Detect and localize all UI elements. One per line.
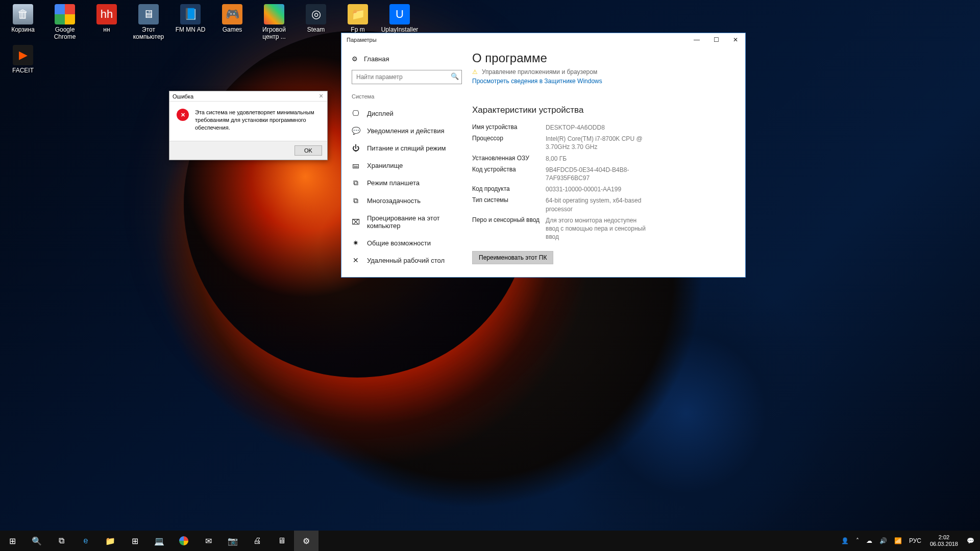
notifications-icon: 💬 — [352, 127, 360, 135]
warning-icon: ⚠ — [472, 68, 478, 76]
taskbar-app3[interactable]: 🖨 — [245, 531, 270, 551]
taskbar-explorer[interactable]: 📁 — [98, 531, 122, 551]
remote-icon: ✕ — [352, 256, 360, 264]
settings-titlebar[interactable]: Параметры — ☐ ✕ — [341, 33, 745, 46]
tray-action-center[interactable]: 💬 — [964, 531, 977, 551]
taskbar-mail[interactable]: ✉ — [196, 531, 220, 551]
recycle-bin-icon: 🗑 — [13, 4, 33, 24]
taskbar-chrome[interactable] — [172, 531, 196, 551]
task-view-button[interactable]: ⧉ — [49, 531, 74, 551]
nav-remote[interactable]: ✕Удаленный рабочий стол — [352, 252, 462, 269]
specs-header: Характеристики устройства — [472, 105, 730, 115]
tray-network[interactable]: 📶 — [892, 531, 904, 551]
taskbar-settings[interactable]: ⚙ — [294, 531, 318, 551]
hh-icon: hh — [96, 4, 117, 24]
this-pc-icon: 🖥 — [138, 4, 159, 24]
error-title: Ошибка — [173, 93, 193, 99]
tray-chevron[interactable]: ˄ — [853, 531, 862, 551]
error-titlebar[interactable]: Ошибка × — [169, 91, 327, 102]
spec-ram: Установленная ОЗУ8,00 ГБ — [472, 155, 730, 163]
desktop-icons-row2: ▶FACEIT — [4, 43, 42, 74]
nav-tablet[interactable]: ⧉Режим планшета — [352, 174, 462, 192]
desktop-icon-faceit[interactable]: ▶FACEIT — [4, 45, 42, 74]
desktop-icon-games[interactable]: 🎮Games — [213, 2, 251, 41]
tray-people[interactable]: 👤 — [839, 531, 851, 551]
page-title: О программе — [472, 51, 730, 65]
faceit-icon: ▶ — [13, 45, 33, 65]
spec-product-id: Код продукта00331-10000-00001-AA199 — [472, 185, 730, 193]
settings-main: О программе ⚠ Управление приложениями и … — [472, 46, 745, 277]
error-message: Эта система не удовлетворяет минимальным… — [195, 109, 320, 132]
display-icon: 🖵 — [352, 109, 360, 117]
desktop-icon-recycle-bin[interactable]: 🗑Корзина — [4, 2, 42, 41]
taskbar-app1[interactable]: 💻 — [147, 531, 172, 551]
storage-icon: 🖴 — [352, 161, 360, 169]
shared-icon: ✷ — [352, 239, 360, 247]
spec-system-type: Тип системы64-bit operating system, x64-… — [472, 196, 730, 213]
spec-processor: ПроцессорIntel(R) Core(TM) i7-8700K CPU … — [472, 135, 730, 151]
taskbar: ⊞ 🔍 ⧉ e 📁 ⊞ 💻 ✉ 📷 🖨 🖥 ⚙ 👤 ˄ ☁ 🔊 📶 РУС 2:… — [0, 531, 980, 551]
error-dialog: Ошибка × ✕ Эта система не удовлетворяет … — [169, 91, 328, 160]
nav-home[interactable]: ⚙ Главная — [352, 52, 462, 66]
section-header: Система — [352, 93, 462, 99]
nav-storage[interactable]: 🖴Хранилище — [352, 157, 462, 174]
tray-clock[interactable]: 2:02 06.03.2018 — [926, 534, 962, 547]
nav-shared[interactable]: ✷Общие возможности — [352, 234, 462, 252]
desktop-icon-steam[interactable]: ◎Steam — [297, 2, 335, 41]
fm-icon: 📘 — [180, 4, 201, 24]
minimize-button[interactable]: — — [687, 33, 706, 46]
tray-onedrive[interactable]: ☁ — [864, 531, 875, 551]
close-button[interactable]: ✕ — [726, 33, 745, 46]
spec-device-id: Код устройства9B4FDCD5-0E34-404D-B4B8-7A… — [472, 166, 730, 182]
desktop-icon-hh[interactable]: hhнн — [88, 2, 126, 41]
error-icon: ✕ — [177, 109, 189, 121]
maximize-button[interactable]: ☐ — [706, 33, 726, 46]
power-icon: ⏻ — [352, 144, 360, 152]
tray-volume[interactable]: 🔊 — [877, 531, 890, 551]
rename-pc-button[interactable]: Переименовать этот ПК — [472, 251, 553, 264]
nav-projection[interactable]: ⌧Проецирование на этот компьютер — [352, 210, 462, 234]
nav-display[interactable]: 🖵Дисплей — [352, 105, 462, 122]
search-button[interactable]: 🔍 — [24, 531, 49, 551]
uplay-icon: U — [389, 4, 410, 24]
desktop-icon-game-center[interactable]: Игровой центр ... — [255, 2, 293, 41]
tablet-icon: ⧉ — [352, 179, 360, 187]
nav-notifications[interactable]: 💬Уведомления и действия — [352, 122, 462, 139]
error-close-button[interactable]: × — [317, 92, 325, 100]
taskbar-edge[interactable]: e — [74, 531, 98, 551]
gear-icon: ⚙ — [352, 55, 358, 63]
projection-icon: ⌧ — [352, 218, 360, 226]
fpm-icon: 📁 — [348, 4, 368, 24]
search-input[interactable] — [352, 70, 462, 84]
settings-search: 🔍 — [352, 70, 462, 84]
start-button[interactable]: ⊞ — [0, 531, 24, 551]
desktop-icon-this-pc[interactable]: 🖥Этот компьютер — [130, 2, 167, 41]
multitask-icon: ⧉ — [352, 196, 360, 205]
defender-link[interactable]: Просмотреть сведения в Защитнике Windows — [472, 78, 730, 85]
taskbar-store[interactable]: ⊞ — [122, 531, 147, 551]
desktop-icon-chrome[interactable]: Google Chrome — [46, 2, 84, 41]
nav-power[interactable]: ⏻Питание и спящий режим — [352, 139, 462, 157]
spec-pen-touch: Перо и сенсорный вводДля этого монитора … — [472, 216, 730, 241]
game-center-icon — [264, 4, 284, 24]
settings-window: Параметры — ☐ ✕ ⚙ Главная 🔍 Система 🖵Дис… — [341, 33, 746, 278]
settings-window-title: Параметры — [347, 37, 377, 43]
search-icon: 🔍 — [451, 72, 459, 80]
tray-language[interactable]: РУС — [906, 531, 924, 551]
nav-multitask[interactable]: ⧉Многозадачность — [352, 192, 462, 210]
spec-device-name: Имя устройстваDESKTOP-4A6ODD8 — [472, 123, 730, 132]
games-icon: 🎮 — [222, 4, 242, 24]
desktop-icon-fm[interactable]: 📘FM MN AD — [172, 2, 209, 41]
steam-icon: ◎ — [306, 4, 326, 24]
system-tray: 👤 ˄ ☁ 🔊 📶 РУС 2:02 06.03.2018 💬 — [839, 531, 980, 551]
warning-row: ⚠ Управление приложениями и браузером — [472, 68, 730, 76]
taskbar-app4[interactable]: 🖥 — [270, 531, 294, 551]
taskbar-app2[interactable]: 📷 — [220, 531, 245, 551]
settings-sidebar: ⚙ Главная 🔍 Система 🖵Дисплей 💬Уведомлени… — [341, 46, 472, 277]
error-ok-button[interactable]: OK — [295, 145, 322, 156]
chrome-icon — [55, 4, 75, 24]
